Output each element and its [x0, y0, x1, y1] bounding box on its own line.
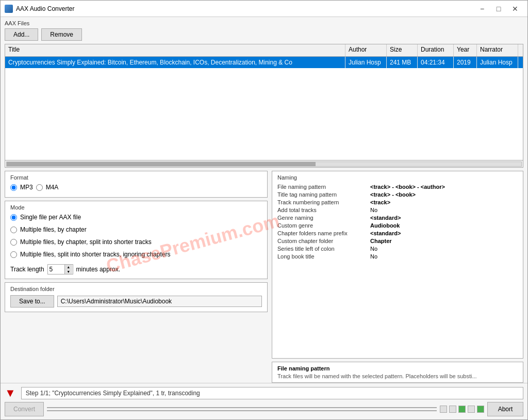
remove-button[interactable]: Remove [41, 28, 82, 41]
cell-narrator: Julian Hosp [477, 57, 518, 68]
mini-block-3 [458, 406, 466, 413]
mp3-radio[interactable] [10, 184, 17, 191]
window-controls: − □ ✕ [474, 2, 523, 16]
progress-track-bottom [47, 410, 437, 411]
aax-files-label: AAX Files [5, 20, 523, 26]
mode-label-1: Multiple files, by chapter [20, 226, 87, 233]
mode-radio-2[interactable] [10, 239, 17, 246]
mode-radio-0[interactable] [10, 214, 17, 221]
naming-val-4: <standard> [370, 215, 401, 221]
mode-option-2: Multiple files, by chapter, split into s… [10, 238, 262, 246]
track-length-input[interactable] [48, 265, 64, 273]
hint-title: File naming pattern [277, 365, 518, 371]
right-panel: Naming File naming pattern <track> - <bo… [272, 171, 523, 383]
abort-button[interactable]: Abort [487, 402, 523, 416]
mode-radio-3[interactable] [10, 251, 17, 258]
mini-block-2 [449, 406, 456, 413]
naming-row-3: Add total tracks No [277, 207, 518, 213]
mode-group: Mode Single file per AAX file Multiple f… [5, 201, 268, 279]
naming-val-3: No [370, 207, 377, 213]
progress-row: Convert Abort [5, 402, 523, 416]
file-buttons: Add... Remove [5, 28, 523, 41]
cell-author: Julian Hosp [345, 57, 387, 68]
mode-options: Single file per AAX file Multiple files,… [10, 214, 262, 260]
spinbox-down[interactable]: ▼ [65, 269, 72, 274]
header-author: Author [345, 44, 387, 56]
horizontal-scrollbar[interactable] [5, 160, 523, 167]
naming-panel: Naming File naming pattern <track> - <bo… [272, 171, 523, 359]
maximize-button[interactable]: □ [490, 2, 507, 16]
files-table: Title Author Size Duration Year Narrator… [5, 44, 523, 168]
status-row: ▼ Step 1/1; "Cryptocurrencies Simply Exp… [5, 386, 523, 400]
naming-key-8: Series title left of colon [277, 246, 370, 252]
m4a-radio[interactable] [36, 184, 43, 191]
destination-group: Destination folder Save to... [5, 282, 268, 312]
scrollbar-track[interactable] [6, 161, 522, 167]
mode-option-3: Multiple files, split into shorter track… [10, 251, 262, 258]
destination-input[interactable] [57, 296, 262, 307]
arrow-down-icon: ▼ [5, 386, 16, 400]
header-title: Title [5, 44, 345, 56]
track-length-row: Track length ▲ ▼ minutes approx. [10, 264, 262, 274]
bottom-bar: ▼ Step 1/1; "Cryptocurrencies Simply Exp… [1, 383, 527, 419]
naming-key-6: Chapter folders name prefix [277, 230, 370, 236]
main-content: AAX Files Add... Remove Title Author Siz… [1, 17, 527, 383]
track-length-suffix: minutes approx. [76, 266, 120, 273]
naming-val-2: <track> [370, 199, 390, 205]
naming-key-9: Long book title [277, 253, 370, 260]
naming-row-6: Chapter folders name prefix <standard> [277, 230, 518, 236]
naming-key-1: Title tag naming pattern [277, 191, 370, 198]
window-title: AAX Audio Converter [16, 5, 474, 12]
spinbox-up[interactable]: ▲ [65, 265, 72, 269]
naming-row-1: Title tag naming pattern <track> - <book… [277, 191, 518, 198]
status-text: Step 1/1; "Cryptocurrencies Simply Expla… [21, 387, 523, 399]
table-row[interactable]: Cryptocurrencies Simply Explained: Bitco… [5, 57, 523, 68]
mini-block-1 [440, 406, 447, 413]
save-to-button[interactable]: Save to... [10, 295, 54, 308]
cell-duration: 04:21:34 [418, 57, 454, 68]
track-length-spinbox[interactable]: ▲ ▼ [47, 264, 73, 274]
mode-option-0: Single file per AAX file [10, 214, 262, 221]
naming-val-5: Audiobook [370, 222, 400, 229]
title-bar: AAX Audio Converter − □ ✕ [1, 1, 527, 17]
naming-key-0: File naming pattern [277, 184, 370, 190]
naming-row-0: File naming pattern <track> - <book> - <… [277, 184, 518, 190]
convert-button[interactable]: Convert [5, 402, 44, 416]
naming-row-5: Custom genre Audiobook [277, 222, 518, 229]
app-icon [5, 5, 13, 13]
naming-row-8: Series title left of colon No [277, 246, 518, 252]
header-narrator: Narrator [477, 44, 518, 56]
mode-option-1: Multiple files, by chapter [10, 226, 262, 233]
mini-block-4 [468, 406, 475, 413]
cell-size: 241 MB [387, 57, 418, 68]
m4a-label[interactable]: M4A [46, 184, 59, 191]
naming-key-7: Custom chapter folder [277, 238, 370, 244]
scrollbar-thumb[interactable] [7, 162, 316, 166]
track-length-label: Track length [10, 266, 44, 273]
mp3-label[interactable]: MP3 [20, 184, 33, 191]
left-panel: Format MP3 M4A Mode Single file per A [5, 171, 268, 383]
naming-row-7: Custom chapter folder Chapter [277, 238, 518, 244]
naming-table: File naming pattern <track> - <book> - <… [277, 184, 518, 260]
minimize-button[interactable]: − [474, 2, 490, 16]
close-button[interactable]: ✕ [507, 2, 523, 16]
progress-tracks [47, 407, 437, 411]
mini-block-5 [477, 406, 484, 413]
table-header: Title Author Size Duration Year Narrator [5, 44, 523, 57]
file-naming-hint: File naming pattern Track files will be … [272, 362, 523, 383]
mode-label-2: Multiple files, by chapter, split into s… [20, 238, 152, 246]
add-button[interactable]: Add... [5, 28, 38, 41]
naming-row-4: Genre naming <standard> [277, 215, 518, 221]
header-size: Size [387, 44, 418, 56]
destination-row: Save to... [10, 295, 262, 308]
format-label: Format [10, 174, 262, 181]
mode-label-0: Single file per AAX file [20, 214, 81, 221]
naming-key-4: Genre naming [277, 215, 370, 221]
naming-val-9: No [370, 253, 377, 260]
format-options: MP3 M4A [10, 184, 262, 191]
cell-year: 2019 [454, 57, 477, 68]
naming-key-2: Track numbering pattern [277, 199, 370, 205]
header-year: Year [454, 44, 477, 56]
progress-mini-blocks [440, 406, 484, 413]
mode-radio-1[interactable] [10, 227, 17, 233]
